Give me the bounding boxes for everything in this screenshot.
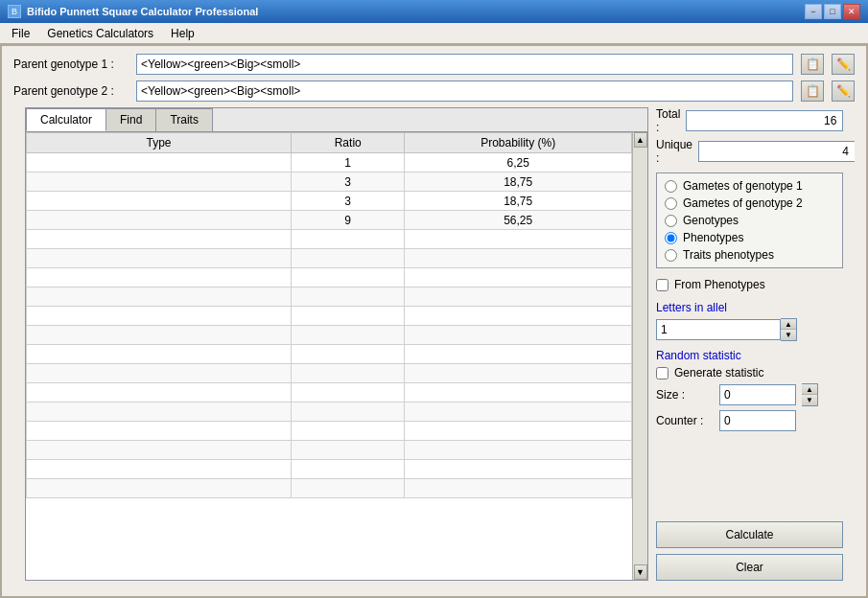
table-cell-prob: 56,25: [405, 211, 632, 230]
generate-statistic-checkbox[interactable]: [656, 367, 669, 380]
radio-gametes2-input[interactable]: [665, 197, 677, 210]
empty-cell: [292, 268, 405, 288]
radio-traits-label: Traits phenotypes: [683, 248, 774, 262]
counter-input[interactable]: [719, 410, 796, 431]
empty-cell: [405, 402, 632, 422]
minimize-button[interactable]: −: [805, 4, 822, 19]
empty-cell: [27, 460, 292, 479]
table-row: 3 18,75: [27, 172, 632, 192]
col-header-ratio: Ratio: [292, 133, 405, 153]
radio-genotypes-input[interactable]: [665, 215, 677, 227]
table-empty-row: [27, 230, 632, 249]
tab-calculator[interactable]: Calculator: [26, 108, 106, 131]
radio-phenotypes-input[interactable]: [665, 232, 677, 244]
parent2-row: Parent genotype 2 : 📋 ✏️: [13, 80, 855, 102]
menu-help[interactable]: Help: [163, 25, 202, 42]
radio-gametes1-label: Gametes of genotype 1: [683, 179, 803, 193]
table-cell-prob: 18,75: [405, 172, 632, 192]
empty-cell: [292, 307, 405, 326]
counter-row: Counter :: [656, 410, 843, 431]
unique-value[interactable]: [698, 141, 855, 162]
scrollbar-up[interactable]: ▲: [634, 132, 647, 148]
letters-spinner-up[interactable]: ▲: [781, 319, 796, 330]
empty-cell: [405, 422, 632, 441]
table-cell-ratio: 3: [292, 192, 405, 211]
empty-cell: [27, 345, 292, 364]
letters-spinner-down[interactable]: ▼: [781, 330, 796, 340]
right-panel: Total : Unique : Gametes of genotype 1: [656, 107, 843, 581]
letters-in-allel-spinner: ▲ ▼: [656, 318, 843, 341]
size-spinner-buttons: ▲ ▼: [802, 383, 818, 406]
empty-cell: [27, 402, 292, 422]
clear-button[interactable]: Clear: [656, 554, 843, 581]
tab-traits[interactable]: Traits: [155, 108, 213, 131]
empty-cell: [405, 383, 632, 402]
copy2-icon: 📋: [806, 84, 820, 98]
close-button[interactable]: ✕: [843, 4, 860, 19]
radio-gametes1-input[interactable]: [665, 180, 677, 193]
results-table: Type Ratio Probability (%) 1 6,25 3 18,7…: [26, 132, 632, 498]
radio-gametes1: Gametes of genotype 1: [665, 179, 834, 193]
parent1-copy-button[interactable]: 📋: [801, 54, 824, 75]
table-cell-type: [27, 153, 292, 172]
table-empty-row: [27, 364, 632, 383]
empty-cell: [405, 307, 632, 326]
table-cell-type: [27, 211, 292, 230]
tab-find[interactable]: Find: [106, 108, 156, 131]
size-spinner-down[interactable]: ▼: [802, 395, 817, 405]
radio-phenotypes: Phenotypes: [665, 231, 834, 244]
radio-gametes2: Gametes of genotype 2: [665, 196, 834, 210]
empty-cell: [27, 230, 292, 249]
bottom-section: Calculator Find Traits Type Ratio Probab…: [13, 107, 855, 588]
empty-cell: [27, 383, 292, 402]
radio-traits: Traits phenotypes: [665, 248, 834, 262]
table-scroll[interactable]: Type Ratio Probability (%) 1 6,25 3 18,7…: [26, 132, 632, 580]
parent2-copy-button[interactable]: 📋: [801, 80, 824, 102]
empty-cell: [292, 402, 405, 422]
total-value[interactable]: [686, 110, 843, 131]
table-empty-row: [27, 268, 632, 288]
app-icon: B: [8, 5, 21, 18]
empty-cell: [405, 479, 632, 498]
empty-cell: [405, 345, 632, 364]
empty-cell: [292, 383, 405, 402]
generate-statistic-label: Generate statistic: [674, 366, 763, 380]
scrollbar-down[interactable]: ▼: [634, 564, 647, 580]
size-label: Size :: [656, 388, 714, 402]
empty-cell: [405, 326, 632, 345]
empty-cell: [292, 479, 405, 498]
table-empty-row: [27, 479, 632, 498]
unique-label: Unique :: [656, 138, 692, 165]
maximize-button[interactable]: □: [824, 4, 841, 19]
size-input[interactable]: [719, 384, 796, 405]
letters-in-allel-input[interactable]: [656, 319, 781, 340]
from-phenotypes-label: From Phenotypes: [674, 278, 765, 291]
random-statistic-label: Random statistic: [656, 349, 843, 362]
radio-traits-input[interactable]: [665, 249, 677, 262]
tabs-header: Calculator Find Traits: [26, 108, 647, 132]
vertical-scrollbar[interactable]: ▲ ▼: [632, 132, 647, 580]
parent1-edit-button[interactable]: ✏️: [832, 54, 855, 75]
radio-genotypes: Genotypes: [665, 214, 834, 227]
empty-cell: [292, 345, 405, 364]
calculate-button[interactable]: Calculate: [656, 521, 843, 548]
edit-icon: ✏️: [836, 58, 851, 71]
parent1-input[interactable]: [136, 54, 793, 75]
copy-icon: 📋: [806, 58, 820, 71]
empty-cell: [292, 441, 405, 460]
empty-cell: [27, 326, 292, 345]
parent2-input[interactable]: [136, 80, 793, 102]
table-row: 3 18,75: [27, 192, 632, 211]
menu-genetics[interactable]: Genetics Calculators: [39, 25, 161, 42]
tabs-area: Calculator Find Traits Type Ratio Probab…: [25, 107, 648, 581]
from-phenotypes-checkbox[interactable]: [656, 279, 669, 291]
radio-gametes2-label: Gametes of genotype 2: [683, 196, 803, 210]
empty-cell: [27, 249, 292, 268]
parent2-edit-button[interactable]: ✏️: [832, 80, 855, 102]
table-empty-row: [27, 402, 632, 422]
menu-file[interactable]: File: [4, 25, 37, 42]
table-cell-ratio: 9: [292, 211, 405, 230]
empty-cell: [405, 230, 632, 249]
size-spinner-up[interactable]: ▲: [802, 384, 817, 395]
empty-cell: [405, 288, 632, 307]
